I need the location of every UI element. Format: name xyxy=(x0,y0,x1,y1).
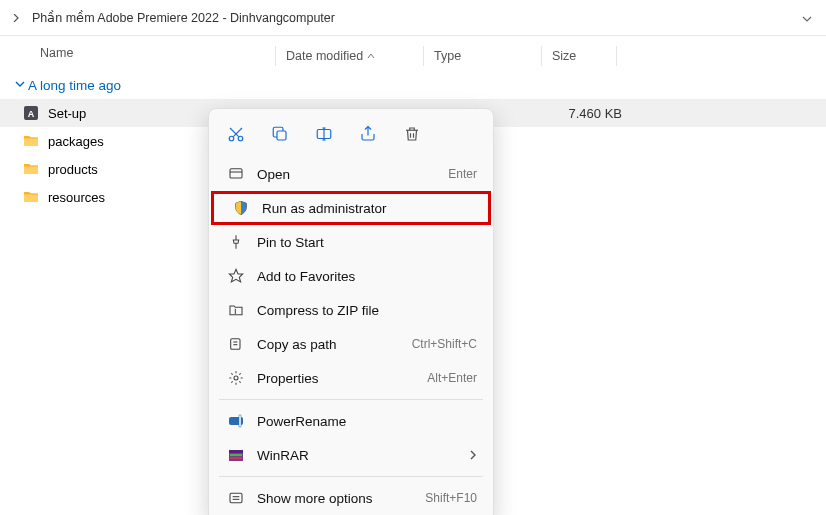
shield-icon xyxy=(230,200,252,216)
chevron-right-icon xyxy=(469,447,477,463)
folder-icon xyxy=(22,160,40,178)
separator xyxy=(219,399,483,400)
folder-title[interactable]: Phần mềm Adobe Premiere 2022 - Dinhvangc… xyxy=(32,10,802,25)
svg-rect-14 xyxy=(230,169,242,178)
copy-icon[interactable] xyxy=(267,121,293,147)
rename-icon[interactable] xyxy=(311,121,337,147)
menu-add-favorites[interactable]: Add to Favorites xyxy=(209,259,493,293)
breadcrumb-bar: Phần mềm Adobe Premiere 2022 - Dinhvangc… xyxy=(0,0,826,36)
svg-rect-6 xyxy=(277,131,286,140)
svg-marker-17 xyxy=(229,269,242,282)
menu-run-administrator[interactable]: Run as administrator xyxy=(211,191,491,225)
menu-winrar[interactable]: WinRAR xyxy=(209,438,493,472)
svg-rect-19 xyxy=(231,339,240,350)
folder-icon xyxy=(22,132,40,150)
menu-copy-path[interactable]: Copy as path Ctrl+Shift+C xyxy=(209,327,493,361)
chevron-right-icon[interactable] xyxy=(12,10,22,25)
winrar-icon xyxy=(225,447,247,463)
app-icon: A xyxy=(22,104,40,122)
chevron-down-icon xyxy=(14,78,26,93)
pin-icon xyxy=(225,234,247,250)
open-icon xyxy=(225,166,247,182)
menu-pin-start[interactable]: Pin to Start xyxy=(209,225,493,259)
menu-compress-zip[interactable]: Compress to ZIP file xyxy=(209,293,493,327)
svg-rect-29 xyxy=(230,493,242,502)
col-size[interactable]: Size xyxy=(541,46,616,66)
zip-icon xyxy=(225,302,247,318)
menu-properties[interactable]: Properties Alt+Enter xyxy=(209,361,493,395)
svg-rect-24 xyxy=(239,415,241,427)
svg-point-3 xyxy=(238,136,243,141)
folder-icon xyxy=(22,188,40,206)
menu-open[interactable]: Open Enter xyxy=(209,157,493,191)
col-name[interactable]: Name xyxy=(40,46,275,66)
more-icon xyxy=(225,490,247,506)
group-label: A long time ago xyxy=(28,78,121,93)
separator xyxy=(219,476,483,477)
properties-icon xyxy=(225,370,247,386)
svg-text:A: A xyxy=(28,109,35,119)
svg-rect-28 xyxy=(230,457,242,459)
col-type[interactable]: Type xyxy=(423,46,541,66)
share-icon[interactable] xyxy=(355,121,381,147)
col-date[interactable]: Date modified xyxy=(275,46,423,66)
menu-powerrename[interactable]: PowerRename xyxy=(209,404,493,438)
context-toolbar xyxy=(209,115,493,157)
cut-icon[interactable] xyxy=(223,121,249,147)
svg-rect-26 xyxy=(229,450,243,453)
svg-point-22 xyxy=(234,376,238,380)
group-header[interactable]: A long time ago xyxy=(0,74,826,99)
svg-rect-27 xyxy=(230,454,242,456)
context-menu: Open Enter Run as administrator Pin to S… xyxy=(208,108,494,515)
file-size: 7.460 KB xyxy=(550,106,622,121)
delete-icon[interactable] xyxy=(399,121,425,147)
column-headers: Name Date modified Type Size xyxy=(0,36,826,74)
chevron-down-icon[interactable] xyxy=(802,10,814,25)
svg-point-2 xyxy=(229,136,234,141)
menu-show-more[interactable]: Show more options Shift+F10 xyxy=(209,481,493,515)
powerrename-icon xyxy=(225,413,247,429)
copy-path-icon xyxy=(225,336,247,352)
star-icon xyxy=(225,268,247,284)
